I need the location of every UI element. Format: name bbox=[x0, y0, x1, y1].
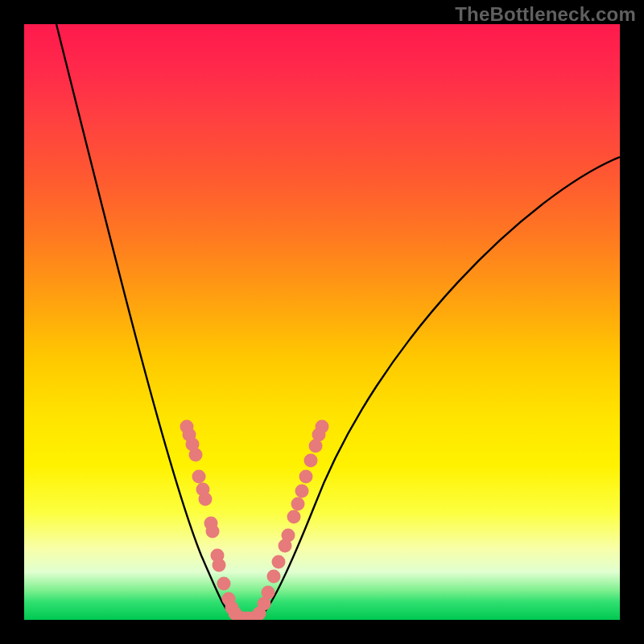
data-point bbox=[282, 529, 295, 543]
data-points bbox=[180, 420, 329, 621]
data-point bbox=[262, 586, 275, 600]
chart-frame: TheBottleneck.com bbox=[0, 0, 644, 644]
data-point bbox=[213, 559, 226, 572]
data-point bbox=[199, 493, 213, 506]
data-point bbox=[299, 470, 313, 484]
data-point bbox=[316, 420, 329, 434]
data-point bbox=[206, 525, 220, 539]
watermark-text: TheBottleneck.com bbox=[455, 3, 636, 26]
data-point bbox=[189, 448, 203, 462]
curve-layer bbox=[24, 24, 620, 620]
data-point bbox=[192, 470, 206, 484]
data-point bbox=[217, 577, 231, 591]
data-point bbox=[267, 570, 281, 584]
data-point bbox=[287, 510, 301, 524]
bottleneck-curve bbox=[56, 24, 620, 618]
data-point bbox=[291, 497, 305, 511]
data-point bbox=[272, 555, 286, 569]
plot-area bbox=[24, 24, 620, 620]
data-point bbox=[295, 485, 309, 498]
data-point bbox=[304, 454, 318, 468]
